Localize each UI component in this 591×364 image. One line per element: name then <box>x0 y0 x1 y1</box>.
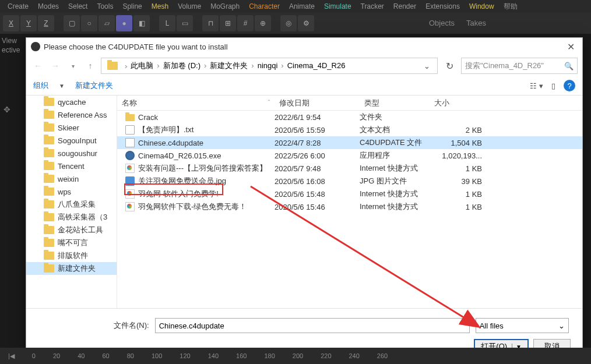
filename-label: 文件名(N): <box>114 320 149 331</box>
tab-objects[interactable]: Objects <box>429 19 455 27</box>
crumb-item[interactable]: 新加卷 (D:) <box>163 61 200 70</box>
sidebar-item[interactable]: 金花站长工具 <box>26 224 117 236</box>
tool-target-icon[interactable]: ⊕ <box>255 15 271 31</box>
folder-icon <box>44 111 54 119</box>
sidebar-item[interactable]: Skieer <box>26 121 117 134</box>
tool-cube-icon[interactable]: ▢ <box>64 15 80 31</box>
sidebar-item[interactable]: 排版软件 <box>26 249 117 262</box>
breadcrumb[interactable]: › 此电脑›新加卷 (D:)›新建文件夹›ningqi›Cinema_4D_R2… <box>101 58 438 74</box>
sidebar-item[interactable]: 八爪鱼采集 <box>26 198 117 211</box>
chevron-down-icon[interactable]: ⌄ <box>419 62 435 70</box>
menu-render[interactable]: Render <box>389 2 421 10</box>
sidebar-item[interactable]: wps <box>26 185 117 198</box>
c4d-icon <box>125 138 135 147</box>
up-icon[interactable]: ↑ <box>83 59 97 73</box>
view-mode-icon[interactable]: ☷ ▾ <box>530 82 543 90</box>
folder-icon <box>44 136 54 144</box>
jpg-icon <box>125 176 135 186</box>
url-icon <box>125 164 135 173</box>
folder-icon <box>125 114 135 121</box>
organize-button[interactable]: 组织 <box>33 80 48 91</box>
sidebar-item[interactable]: qycache <box>26 96 117 108</box>
menu-spline[interactable]: Spline <box>118 2 146 10</box>
menu-window[interactable]: Window <box>465 2 499 10</box>
column-size[interactable]: 大小 <box>430 98 482 108</box>
sidebar-item[interactable]: Tencent <box>26 160 117 172</box>
crumb-item[interactable]: Cinema_4D_R26 <box>287 61 346 70</box>
file-row[interactable]: Cinema4D_R26.015.exe2022/5/26 6:00应用程序1,… <box>117 149 582 162</box>
menu-tracker[interactable]: Tracker <box>356 2 389 10</box>
file-row[interactable]: 羽兔网-软件入门免费学!2020/5/6 15:48Internet 快捷方式1… <box>117 188 582 200</box>
tab-takes[interactable]: Takes <box>466 19 486 27</box>
menu-mograph[interactable]: MoGraph <box>206 2 244 10</box>
search-icon: 🔍 <box>564 62 574 70</box>
menu-mesh[interactable]: Mesh <box>147 2 173 10</box>
filter-select[interactable]: All files⌄ <box>476 318 569 333</box>
close-icon[interactable]: ✕ <box>564 41 578 52</box>
menu-modes[interactable]: Modes <box>33 2 64 10</box>
folder-icon <box>44 264 54 273</box>
file-row[interactable]: 关注羽兔网免费送会员.jpg2020/5/6 16:08JPG 图片文件39 K… <box>117 175 582 188</box>
tool-rect-icon[interactable]: ▭ <box>177 15 193 31</box>
folder-icon <box>44 162 54 170</box>
column-type[interactable]: 类型 <box>360 98 430 108</box>
help-icon[interactable]: ? <box>564 80 575 91</box>
refresh-icon[interactable]: ↻ <box>441 58 458 74</box>
folder-icon <box>44 239 54 247</box>
tool-sphere-icon[interactable]: ○ <box>81 15 97 31</box>
sidebar-item[interactable]: weixin <box>26 172 117 185</box>
file-list-header: 名称ˆ 修改日期 类型 大小 <box>117 96 582 111</box>
sidebar-item[interactable]: 嘴不可言 <box>26 236 117 249</box>
tool-spiral-icon[interactable]: ◎ <box>280 15 297 31</box>
axis-x[interactable]: X <box>3 15 19 31</box>
recent-icon[interactable]: ▾ <box>66 59 80 73</box>
move-icon[interactable]: ✥ <box>3 105 10 114</box>
tool-align-icon[interactable]: ⊞ <box>220 15 236 31</box>
axis-y[interactable]: Y <box>20 15 37 31</box>
menu-select[interactable]: Select <box>64 2 92 10</box>
forward-icon[interactable]: → <box>48 59 62 73</box>
sidebar-item[interactable]: 高铁采集器（3 <box>26 211 117 224</box>
play-start-icon[interactable]: |◀ <box>8 352 15 360</box>
menu-animate[interactable]: Animate <box>284 2 319 10</box>
file-row[interactable]: 羽兔网软件下载-绿色免费无毒！2020/5/6 15:46Internet 快捷… <box>117 200 582 213</box>
new-folder-button[interactable]: 新建文件夹 <box>75 80 113 91</box>
sidebar-item[interactable]: SogouInput <box>26 134 117 147</box>
back-icon[interactable]: ← <box>31 59 45 73</box>
crumb-item[interactable]: ningqi <box>258 61 278 70</box>
tool-cylinder-icon[interactable]: ● <box>116 15 132 31</box>
url-icon <box>125 189 135 199</box>
preview-pane-icon[interactable]: ▯ <box>551 82 555 90</box>
menu-tools[interactable]: Tools <box>92 2 118 10</box>
tool-plane-icon[interactable]: ▱ <box>98 15 115 31</box>
sidebar-item[interactable]: sougoushur <box>26 147 117 160</box>
menu-simulate[interactable]: Simulate <box>319 2 356 10</box>
menu-volume[interactable]: Volume <box>173 2 206 10</box>
tool-grid-icon[interactable]: # <box>237 15 254 31</box>
file-row[interactable]: 安装有问题---【上羽兔问答搜索答案】2020/5/7 9:48Internet… <box>117 162 582 175</box>
sidebar: qycacheReference AssSkieerSogouInputsoug… <box>26 96 117 308</box>
menu-帮助[interactable]: 帮助 <box>499 2 522 12</box>
tool-l-icon[interactable]: L <box>159 15 175 31</box>
menu-create[interactable]: Create <box>3 2 33 10</box>
tool-misc-icon[interactable]: ◧ <box>133 15 150 31</box>
crumb-item[interactable]: 新建文件夹 <box>210 61 248 70</box>
search-input[interactable]: 搜索"Cinema_4D_R26" 🔍 <box>461 58 578 74</box>
folder-icon <box>44 123 54 132</box>
tool-magnet-icon[interactable]: ⊓ <box>202 15 219 31</box>
filename-input[interactable] <box>155 318 470 333</box>
axis-z[interactable]: Z <box>38 15 54 31</box>
file-row[interactable]: Chinese.c4dupdate2022/4/7 8:28C4DUPDATE … <box>117 136 582 149</box>
crumb-item[interactable]: 此电脑 <box>131 61 153 70</box>
app-icon <box>31 42 40 51</box>
file-row[interactable]: 【免责声明】.txt2020/5/6 15:59文本文档2 KB <box>117 123 582 136</box>
column-date[interactable]: 修改日期 <box>275 98 360 108</box>
sidebar-item[interactable]: Reference Ass <box>26 108 117 121</box>
file-row[interactable]: Crack2022/6/1 9:54文件夹 <box>117 111 582 123</box>
column-name[interactable]: 名称ˆ <box>117 98 275 108</box>
tool-gear-icon[interactable]: ⚙ <box>298 15 314 31</box>
menu-character[interactable]: Character <box>244 2 284 10</box>
menu-extensions[interactable]: Extensions <box>421 2 465 10</box>
timeline-bar: |◀ 020406080100120140160180200220240260 <box>0 348 591 364</box>
sidebar-item[interactable]: 新建文件夹 <box>26 262 117 275</box>
